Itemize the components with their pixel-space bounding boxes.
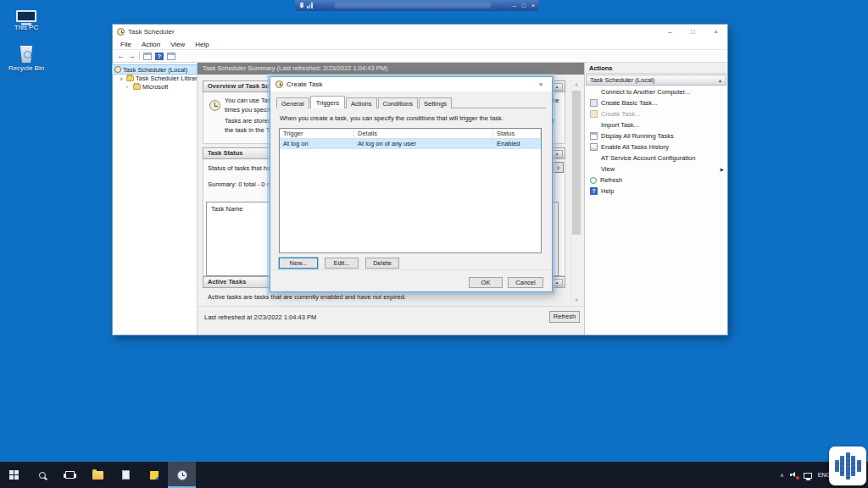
- search-button[interactable]: [28, 462, 56, 488]
- delete-trigger-button[interactable]: Delete: [365, 258, 399, 269]
- minimize-button[interactable]: –: [659, 25, 682, 39]
- file-explorer-button[interactable]: [84, 462, 112, 488]
- column-status[interactable]: Status: [493, 129, 541, 138]
- actions-group-header[interactable]: Task Scheduler (Local) ▲: [586, 75, 726, 86]
- action-create-basic-task[interactable]: Create Basic Task...: [585, 97, 727, 108]
- trigger-row-at-log-on[interactable]: At log on At log on of any user Enabled: [280, 139, 541, 149]
- tab-settings[interactable]: Settings: [419, 97, 452, 108]
- dialog-titlebar[interactable]: Create Task ×: [270, 77, 552, 92]
- menu-file[interactable]: File: [115, 41, 136, 48]
- last-refreshed-text: Last refreshed at 2/23/2022 1:04:43 PM: [204, 313, 316, 322]
- rdp-connection-bar[interactable]: – □ ×: [295, 0, 539, 11]
- new-trigger-button[interactable]: New...: [279, 258, 318, 269]
- search-icon: [39, 472, 46, 479]
- spacer: [590, 121, 598, 129]
- scroll-down-icon[interactable]: ∨: [571, 295, 581, 305]
- tab-actions[interactable]: Actions: [346, 97, 377, 108]
- refresh-icon: [590, 177, 597, 184]
- action-label: Create Task...: [601, 110, 640, 118]
- desktop-icon-label: Recycle Bin: [2, 64, 51, 72]
- cancel-button[interactable]: Cancel: [508, 277, 543, 288]
- action-import-task[interactable]: Import Task...: [585, 119, 727, 130]
- scrollbar-thumb[interactable]: [572, 91, 581, 235]
- logo-bar: [835, 460, 839, 472]
- action-at-service-account-configuration[interactable]: AT Service Account Configuration: [585, 152, 727, 164]
- edit-trigger-button[interactable]: Edit...: [325, 258, 359, 269]
- action-display-all-running-tasks[interactable]: Display All Running Tasks: [585, 130, 727, 141]
- action-label: Display All Running Tasks: [601, 132, 674, 140]
- rdp-close-button[interactable]: ×: [531, 3, 535, 8]
- volume-muted-icon[interactable]: [790, 471, 798, 479]
- logo-bar: [846, 452, 850, 480]
- task-view-button[interactable]: [56, 462, 84, 488]
- dialog-close-button[interactable]: ×: [530, 77, 552, 92]
- triggers-table[interactable]: Trigger Details Status At log on At log …: [279, 128, 542, 253]
- collapse-group-icon[interactable]: ▲: [718, 78, 722, 83]
- active-tasks-title: Active Tasks: [208, 278, 246, 286]
- mute-dot: [796, 476, 799, 480]
- ok-button[interactable]: OK: [469, 277, 503, 288]
- collapse-active-tasks-button[interactable]: ▲: [551, 279, 563, 286]
- chevron-down-icon[interactable]: ∨: [120, 75, 125, 81]
- tasks-history-icon: [590, 143, 598, 151]
- actions-panel-title: Actions: [585, 63, 727, 74]
- trigger-cell: At log on: [280, 139, 354, 149]
- back-icon[interactable]: ←: [117, 53, 125, 60]
- tree-item-task-scheduler-library[interactable]: ∨ Task Scheduler Library: [113, 74, 197, 82]
- column-details[interactable]: Details: [354, 129, 493, 138]
- menu-view[interactable]: View: [165, 41, 190, 48]
- start-button[interactable]: [0, 462, 28, 488]
- network-icon[interactable]: [804, 473, 812, 479]
- window-titlebar[interactable]: Task Scheduler – □ ×: [113, 25, 727, 39]
- tree-item-task-scheduler-local[interactable]: Task Scheduler (Local): [113, 65, 197, 74]
- action-create-task[interactable]: Create Task...: [585, 108, 727, 119]
- actions-group-label: Task Scheduler (Local): [590, 76, 654, 84]
- notepad-button[interactable]: [112, 462, 140, 488]
- action-label: Help: [601, 187, 614, 195]
- taskbar-spacer: [196, 462, 780, 488]
- pin-icon[interactable]: [299, 3, 304, 8]
- standard-view-icon[interactable]: [167, 53, 175, 60]
- sticky-notes-button[interactable]: [140, 462, 168, 488]
- rdp-minimize-button[interactable]: –: [513, 3, 516, 8]
- rdp-restore-button[interactable]: □: [522, 3, 526, 8]
- status-cell: Enabled: [493, 139, 541, 149]
- menu-help[interactable]: Help: [190, 41, 214, 48]
- column-trigger[interactable]: Trigger: [280, 129, 354, 138]
- library-folder-icon: [126, 75, 134, 81]
- collapse-task-status-button[interactable]: ▲: [551, 150, 563, 158]
- help-icon[interactable]: ?: [155, 53, 164, 60]
- chevron-right-icon[interactable]: ›: [126, 84, 131, 89]
- close-button[interactable]: ×: [704, 25, 727, 39]
- action-view[interactable]: View ▶: [585, 164, 727, 175]
- tree-item-label: Microsoft: [142, 83, 168, 91]
- spacer: [590, 154, 598, 162]
- desktop-icon-this-pc[interactable]: This PC: [2, 10, 51, 31]
- tree-item-label: Task Scheduler (Local): [123, 66, 187, 74]
- task-scheduler-taskbar-button[interactable]: [168, 462, 196, 488]
- tab-triggers[interactable]: Triggers: [310, 96, 345, 108]
- action-connect-to-another-computer[interactable]: Connect to Another Computer...: [585, 86, 727, 97]
- scroll-up-icon[interactable]: ∧: [571, 80, 581, 90]
- action-help[interactable]: ? Help: [585, 186, 727, 197]
- forward-icon[interactable]: →: [128, 53, 136, 60]
- folder-icon: [92, 471, 103, 480]
- submenu-arrow-icon: ▶: [721, 167, 724, 172]
- dropdown-arrow-icon[interactable]: ∨: [553, 163, 563, 172]
- menu-bar: File Action View Help: [113, 39, 727, 50]
- menu-action[interactable]: Action: [136, 41, 165, 48]
- refresh-button[interactable]: Refresh: [549, 311, 580, 323]
- tab-general[interactable]: General: [276, 97, 309, 108]
- desktop-icon-recycle-bin[interactable]: Recycle Bin: [2, 46, 51, 72]
- show-console-tree-icon[interactable]: [143, 53, 152, 60]
- action-refresh[interactable]: Refresh: [585, 175, 727, 186]
- tab-conditions[interactable]: Conditions: [378, 97, 418, 108]
- dialog-tab-strip: General Triggers Actions Conditions Sett…: [276, 96, 546, 108]
- tree-item-microsoft[interactable]: › Microsoft: [113, 82, 197, 91]
- vertical-scrollbar[interactable]: ∧ ∨: [570, 80, 581, 305]
- show-hidden-icons-button[interactable]: ∧: [780, 472, 783, 478]
- collapse-overview-button[interactable]: ▲: [551, 83, 563, 91]
- triggers-description: When you create a task, you can specify …: [280, 114, 543, 122]
- maximize-button[interactable]: □: [682, 25, 704, 39]
- action-enable-all-tasks-history[interactable]: Enable All Tasks History: [585, 141, 727, 152]
